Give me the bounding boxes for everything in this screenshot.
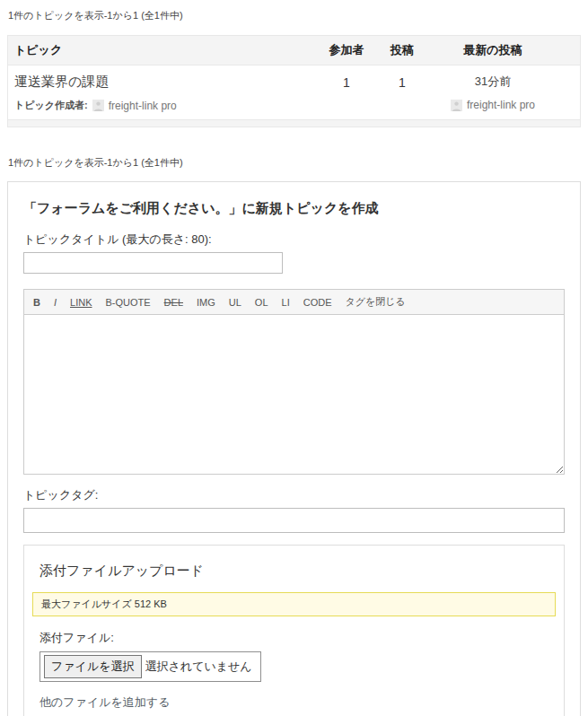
toolbar-button-link[interactable]: LINK: [70, 297, 92, 308]
toolbar-button-ol[interactable]: OL: [255, 297, 268, 308]
header-freshness: 最新の投稿: [429, 42, 580, 58]
new-topic-heading: 「フォーラムをご利用ください。」に新規トピックを作成: [23, 200, 565, 217]
max-file-size-notice: 最大ファイルサイズ 512 KB: [32, 592, 556, 616]
topic-author-link[interactable]: freight-link pro: [109, 100, 177, 112]
topic-row: 運送業界の課題 トピック作成者: freight-link pro 1 1 31…: [8, 65, 580, 119]
author-avatar: [92, 100, 104, 111]
add-another-file-link[interactable]: 他のファイルを追加する: [39, 694, 170, 711]
choose-file-button[interactable]: ファイルを選択: [44, 655, 142, 678]
topic-link[interactable]: 運送業界の課題: [14, 74, 109, 91]
started-by-label: トピック作成者:: [14, 99, 88, 112]
freshness-author: freight-link pro: [429, 99, 557, 111]
toolbar-button-img[interactable]: IMG: [197, 297, 215, 308]
topic-pagination-bottom: 1件のトピックを表示-1から1 (全1件中): [7, 154, 581, 170]
topic-tags-input[interactable]: [23, 508, 565, 533]
file-input[interactable]: ファイルを選択 選択されていません: [39, 651, 261, 682]
editor-toolbar: BILINKB-QUOTEDELIMGULOLLICODEタグを閉じる: [23, 289, 565, 314]
toolbar-button-del[interactable]: DEL: [164, 297, 183, 308]
freshness-author-link[interactable]: freight-link pro: [467, 99, 535, 111]
toolbar-button-blockquote[interactable]: B-QUOTE: [105, 297, 150, 308]
topics-table-footer: [8, 119, 580, 127]
header-posts: 投稿: [375, 42, 429, 58]
topic-started-by: トピック作成者: freight-link pro: [14, 99, 318, 112]
toolbar-button-li[interactable]: LI: [282, 297, 290, 308]
header-topic: トピック: [8, 42, 318, 58]
topic-title-input[interactable]: [23, 252, 283, 274]
topic-content-textarea[interactable]: [23, 314, 565, 475]
posts-count: 1: [375, 74, 429, 112]
freshness-cell: 31分前 freight-link pro: [429, 74, 580, 112]
toolbar-button-code[interactable]: CODE: [303, 297, 332, 308]
toolbar-button-ul[interactable]: UL: [229, 297, 241, 308]
header-voices: 参加者: [318, 42, 375, 58]
topic-content-editor: BILINKB-QUOTEDELIMGULOLLICODEタグを閉じる: [23, 289, 565, 475]
file-selected-status: 選択されていません: [145, 659, 252, 675]
toolbar-button-italic[interactable]: I: [54, 297, 57, 308]
attachments-heading: 添付ファイルアップロード: [39, 563, 556, 580]
voices-count: 1: [318, 74, 375, 112]
topic-tags-field: トピックタグ:: [23, 487, 565, 533]
freshness-author-avatar: [451, 100, 462, 111]
topics-table-header: トピック 参加者 投稿 最新の投稿: [8, 36, 580, 65]
topic-title-label: トピックタイトル (最大の長さ: 80):: [23, 231, 565, 248]
freshness-link[interactable]: 31分前: [475, 74, 511, 88]
forum-page: 1件のトピックを表示-1から1 (全1件中) トピック 参加者 投稿 最新の投稿…: [0, 0, 588, 716]
topic-pagination-top: 1件のトピックを表示-1から1 (全1件中): [7, 7, 581, 22]
topic-tags-label: トピックタグ:: [23, 487, 565, 503]
toolbar-button-bold[interactable]: B: [33, 297, 40, 308]
new-topic-form: 「フォーラムをご利用ください。」に新規トピックを作成 トピックタイトル (最大の…: [7, 181, 581, 716]
attachment-file-label: 添付ファイル:: [39, 630, 556, 646]
topics-table: トピック 参加者 投稿 最新の投稿 運送業界の課題 トピック作成者: freig…: [7, 35, 581, 127]
attachments-box: 添付ファイルアップロード 最大ファイルサイズ 512 KB 添付ファイル: ファ…: [23, 545, 565, 716]
topic-cell: 運送業界の課題 トピック作成者: freight-link pro: [8, 74, 318, 112]
toolbar-button-close-tags[interactable]: タグを閉じる: [346, 295, 406, 309]
